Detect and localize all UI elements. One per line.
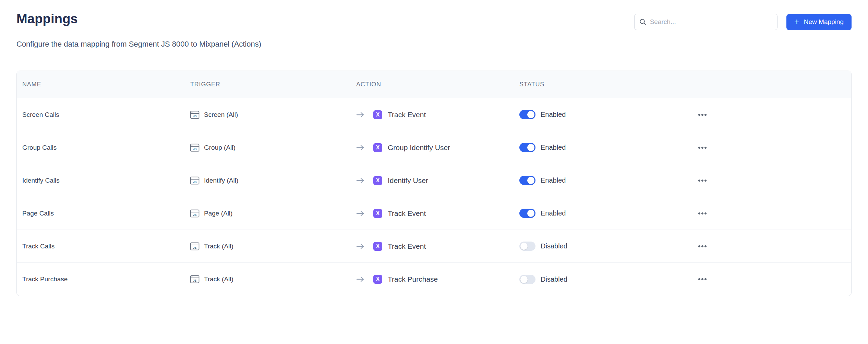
- trigger-label: Screen (All): [204, 111, 238, 119]
- toggle-knob: [527, 144, 534, 151]
- more-options-button[interactable]: [696, 276, 709, 282]
- js-source-icon: JS: [190, 209, 200, 218]
- more-options-button[interactable]: [696, 177, 709, 184]
- table-row: Track Calls JS Track (All): [17, 230, 851, 263]
- trigger-label: Track (All): [204, 275, 233, 283]
- action-label: Identify User: [388, 176, 428, 185]
- status-label: Enabled: [541, 209, 566, 217]
- column-header-status: STATUS: [514, 81, 681, 88]
- table-header: NAME TRIGGER ACTION STATUS: [17, 71, 851, 98]
- status-toggle[interactable]: [519, 143, 535, 152]
- js-source-icon: JS: [190, 111, 200, 119]
- js-source-icon: JS: [190, 242, 200, 250]
- arrow-right-icon: [356, 145, 364, 151]
- dot-icon: [704, 114, 707, 116]
- action-label: Track Event: [388, 209, 426, 218]
- more-options-button[interactable]: [696, 243, 709, 249]
- status-toggle[interactable]: [519, 242, 535, 251]
- dot-icon: [701, 212, 703, 214]
- action-label: Track Event: [388, 242, 426, 250]
- toolbar: + New Mapping: [634, 14, 852, 30]
- search-icon: [639, 19, 646, 25]
- dot-icon: [704, 278, 707, 280]
- table-row: Group Calls JS Group (All): [17, 131, 851, 164]
- column-header-action: ACTION: [351, 81, 514, 88]
- dot-icon: [698, 114, 700, 116]
- dot-icon: [704, 212, 707, 214]
- column-header-trigger: TRIGGER: [185, 81, 351, 88]
- svg-text:JS: JS: [193, 114, 197, 118]
- trigger-label: Page (All): [204, 210, 232, 217]
- table-row: Page Calls JS Page (All): [17, 197, 851, 230]
- search-box[interactable]: [634, 14, 777, 30]
- page-subtitle: Configure the data mapping from Segment …: [16, 40, 261, 49]
- plus-icon: +: [794, 17, 799, 26]
- status-toggle[interactable]: [519, 110, 535, 119]
- svg-text:JS: JS: [193, 246, 197, 249]
- trigger-label: Identify (All): [204, 177, 238, 184]
- status-toggle[interactable]: [519, 209, 535, 218]
- js-source-icon: JS: [190, 176, 200, 185]
- more-options-button[interactable]: [696, 145, 709, 151]
- new-mapping-button[interactable]: + New Mapping: [786, 14, 852, 30]
- status-label: Disabled: [541, 275, 567, 283]
- table-row: Track Purchase JS Track (All): [17, 263, 851, 296]
- mappings-page: Mappings Configure the data mapping from…: [0, 0, 868, 344]
- dot-icon: [704, 245, 707, 247]
- trigger-label: Track (All): [204, 243, 233, 250]
- mappings-table: NAME TRIGGER ACTION STATUS Screen Calls …: [16, 71, 852, 296]
- more-options-button[interactable]: [696, 112, 709, 118]
- js-source-icon: JS: [190, 275, 200, 283]
- mapping-name: Identify Calls: [17, 177, 185, 184]
- svg-text:JS: JS: [193, 279, 197, 282]
- mapping-name: Group Calls: [17, 144, 185, 151]
- arrow-right-icon: [356, 210, 364, 217]
- new-mapping-label: New Mapping: [804, 18, 844, 26]
- dot-icon: [704, 147, 707, 149]
- page-title: Mappings: [16, 12, 78, 26]
- mapping-name: Screen Calls: [17, 111, 185, 119]
- mixpanel-icon: X: [373, 242, 382, 251]
- arrow-right-icon: [356, 243, 364, 249]
- mixpanel-icon: X: [373, 143, 382, 152]
- js-source-icon: JS: [190, 144, 200, 152]
- dot-icon: [701, 147, 703, 149]
- status-toggle[interactable]: [519, 275, 535, 284]
- action-label: Group Identify User: [388, 144, 450, 152]
- arrow-right-icon: [356, 112, 364, 118]
- dot-icon: [698, 180, 700, 182]
- dot-icon: [698, 278, 700, 280]
- svg-text:JS: JS: [193, 213, 197, 216]
- action-label: Track Purchase: [388, 275, 438, 283]
- table-row: Screen Calls JS Screen (All): [17, 98, 851, 131]
- mixpanel-icon: X: [373, 176, 382, 185]
- dot-icon: [698, 212, 700, 214]
- toggle-knob: [520, 276, 528, 283]
- dot-icon: [698, 245, 700, 247]
- toggle-knob: [527, 177, 534, 184]
- dot-icon: [701, 278, 703, 280]
- toggle-knob: [520, 243, 528, 250]
- svg-text:JS: JS: [193, 147, 197, 150]
- dot-icon: [701, 180, 703, 182]
- mapping-name: Track Calls: [17, 243, 185, 250]
- status-label: Enabled: [541, 144, 566, 151]
- status-label: Enabled: [541, 176, 566, 184]
- status-label: Disabled: [541, 242, 567, 250]
- mixpanel-icon: X: [373, 275, 382, 284]
- mixpanel-icon: X: [373, 110, 382, 119]
- svg-text:JS: JS: [193, 180, 197, 183]
- more-options-button[interactable]: [696, 210, 709, 217]
- status-toggle[interactable]: [519, 176, 535, 185]
- status-label: Enabled: [541, 111, 566, 119]
- dot-icon: [698, 147, 700, 149]
- mapping-name: Page Calls: [17, 210, 185, 217]
- mapping-name: Track Purchase: [17, 275, 185, 283]
- toggle-knob: [527, 210, 534, 217]
- column-header-name: NAME: [17, 81, 185, 88]
- dot-icon: [704, 180, 707, 182]
- action-label: Track Event: [388, 111, 426, 119]
- toggle-knob: [527, 111, 534, 118]
- mixpanel-icon: X: [373, 209, 382, 218]
- search-input[interactable]: [650, 18, 772, 26]
